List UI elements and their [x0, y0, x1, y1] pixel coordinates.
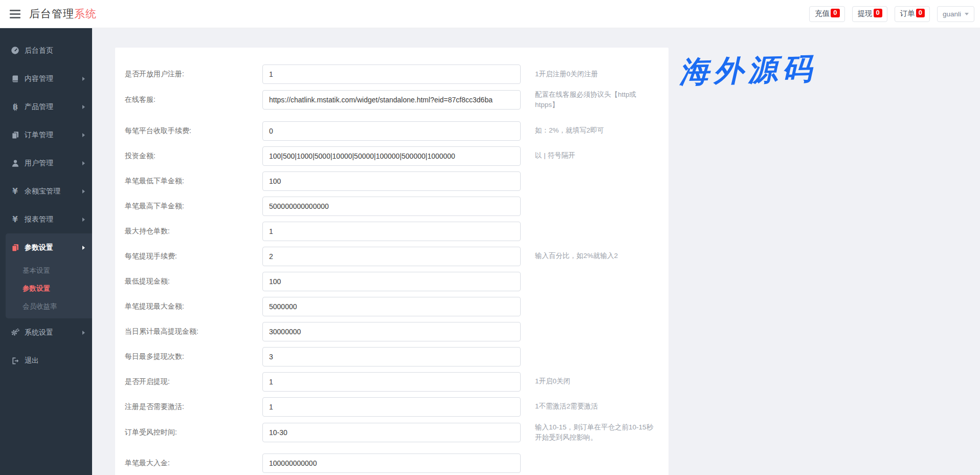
sidebar-item-system[interactable]: 系统设置	[0, 318, 92, 347]
recharge-button[interactable]: 充值0	[809, 6, 844, 22]
form-row: 每笔提现手续费:输入百分比，如2%就输入2	[125, 247, 658, 266]
files-icon	[10, 131, 20, 139]
sidebar-item-label: 退出	[25, 356, 39, 365]
form-input-9[interactable]	[262, 297, 521, 316]
yen-icon: ¥	[10, 187, 20, 196]
sidebar-subitem-label: 会员收益率	[23, 302, 57, 311]
form-row: 投资金额:以 | 符号隔开	[125, 146, 658, 166]
chevron-right-icon	[82, 246, 85, 250]
chevron-right-icon	[82, 133, 85, 137]
bitcoin-icon: B	[10, 103, 20, 111]
form-row: 注册是否需要激活:1不需激活2需要激活	[125, 397, 658, 417]
form-row-hint: 1不需激活2需要激活	[535, 401, 658, 412]
chevron-right-icon	[82, 77, 85, 81]
form-input-1[interactable]	[262, 90, 521, 110]
form-row-label: 投资金额:	[125, 152, 262, 161]
sidebar-item-label: 订单管理	[25, 131, 53, 140]
app-title-main: 后台管理	[29, 8, 74, 19]
form-input-12[interactable]	[262, 372, 521, 392]
withdraw-button[interactable]: 提现0	[852, 6, 887, 22]
book-icon	[10, 75, 20, 83]
hamburger-menu-icon[interactable]	[8, 8, 23, 20]
chip-label: 订单	[900, 9, 915, 18]
form-row: 当日累计最高提现金额:	[125, 322, 658, 341]
order-button[interactable]: 订单0	[895, 6, 930, 22]
form-row-label: 单笔提现最大金额:	[125, 302, 262, 311]
top-header: 后台管理系统 充值0提现0订单0 guanli	[0, 0, 980, 28]
sidebar-expanded-group: 参数设置基本设置参数设置会员收益率	[6, 233, 92, 318]
svg-text:B: B	[12, 103, 17, 111]
form-row-label: 单笔最低下单金额:	[125, 177, 262, 186]
form-row-label: 注册是否需要激活:	[125, 402, 262, 412]
form-row-label: 单笔最大入金:	[125, 459, 262, 468]
sidebar-item-user[interactable]: 用户管理	[0, 149, 92, 177]
sidebar-subitem-member-yield[interactable]: 会员收益率	[6, 297, 92, 315]
form-input-14[interactable]	[262, 423, 521, 442]
app-title-accent: 系统	[74, 8, 97, 19]
form-row: 最大持仓单数:	[125, 222, 658, 241]
header-actions: 充值0提现0订单0 guanli	[809, 6, 974, 22]
form-row-label: 订单受风控时间:	[125, 428, 262, 437]
form-row-label: 每笔平台收取手续费:	[125, 126, 262, 136]
form-row: 单笔最低下单金额:	[125, 171, 658, 191]
form-input-5[interactable]	[262, 197, 521, 216]
form-row: 每日最多提现次数:	[125, 347, 658, 366]
chevron-right-icon	[82, 331, 85, 335]
files-icon	[10, 244, 20, 252]
form-row: 是否开启提现:1开启0关闭	[125, 372, 658, 392]
sidebar-item-logout[interactable]: 退出	[0, 347, 92, 375]
form-row-hint: 如：2%，就填写2即可	[535, 125, 658, 136]
sidebar-item-label: 产品管理	[25, 102, 53, 112]
sidebar-item-label: 系统设置	[25, 328, 53, 337]
sidebar-item-content[interactable]: 内容管理	[0, 64, 92, 93]
form-row-hint: 输入百分比，如2%就输入2	[535, 251, 658, 261]
form-row: 在线客服:配置在线客服必须协议头【http或htpps】	[125, 90, 658, 111]
form-input-2[interactable]	[262, 121, 521, 141]
form-row: 单笔最大入金:	[125, 454, 658, 473]
count-badge: 0	[831, 9, 839, 18]
sidebar-subitem-label: 基本设置	[23, 266, 50, 275]
chevron-right-icon	[82, 105, 85, 109]
sidebar-item-label: 余额宝管理	[25, 187, 60, 196]
sidebar-subitem-basic-settings[interactable]: 基本设置	[6, 262, 92, 279]
sidebar-item-params[interactable]: 参数设置	[6, 233, 92, 262]
sidebar-item-report[interactable]: ¥报表管理	[0, 205, 92, 233]
form-input-3[interactable]	[262, 146, 521, 166]
sidebar-item-label: 后台首页	[25, 46, 53, 55]
sidebar-item-home[interactable]: 后台首页	[0, 36, 92, 64]
form-row-label: 是否开启提现:	[125, 377, 262, 386]
sidebar-item-label: 参数设置	[25, 243, 53, 252]
sidebar-subitem-param-settings[interactable]: 参数设置	[6, 279, 92, 297]
form-input-15[interactable]	[262, 454, 521, 473]
sidebar-item-order[interactable]: 订单管理	[0, 121, 92, 149]
user-dropdown[interactable]: guanli	[937, 6, 974, 22]
form-row-label: 在线客服:	[125, 95, 262, 104]
form-input-4[interactable]	[262, 171, 521, 191]
app-title: 后台管理系统	[29, 7, 97, 21]
sidebar-item-label: 内容管理	[25, 74, 53, 83]
sidebar-item-product[interactable]: B产品管理	[0, 93, 92, 121]
sidebar-item-label: 报表管理	[25, 215, 53, 224]
sidebar-item-yuebao[interactable]: ¥余额宝管理	[0, 177, 92, 205]
form-row: 每笔平台收取手续费:如：2%，就填写2即可	[125, 121, 658, 141]
form-input-7[interactable]	[262, 247, 521, 266]
watermark-text: 海外源码	[679, 49, 817, 93]
count-badge: 0	[874, 9, 882, 18]
yen-icon: ¥	[10, 215, 20, 224]
main-content: 海外源码 是否开放用户注册:1开启注册0关闭注册在线客服:配置在线客服必须协议头…	[92, 28, 980, 475]
form-row-hint: 以 | 符号隔开	[535, 150, 658, 161]
form-input-13[interactable]	[262, 397, 521, 417]
user-icon	[10, 159, 20, 167]
chevron-right-icon	[82, 218, 85, 222]
form-row-label: 每笔提现手续费:	[125, 252, 262, 261]
sidebar-subitem-label: 参数设置	[23, 284, 50, 293]
form-input-0[interactable]	[262, 64, 521, 84]
form-row-hint: 输入10-15，则订单在平仓之前10-15秒开始受到风控影响。	[535, 422, 658, 443]
form-row: 最低提现金额:	[125, 272, 658, 291]
form-row-hint: 1开启注册0关闭注册	[535, 69, 658, 79]
dashboard-icon	[10, 46, 20, 55]
form-input-8[interactable]	[262, 272, 521, 291]
form-input-6[interactable]	[262, 222, 521, 241]
form-input-11[interactable]	[262, 347, 521, 366]
form-input-10[interactable]	[262, 322, 521, 341]
